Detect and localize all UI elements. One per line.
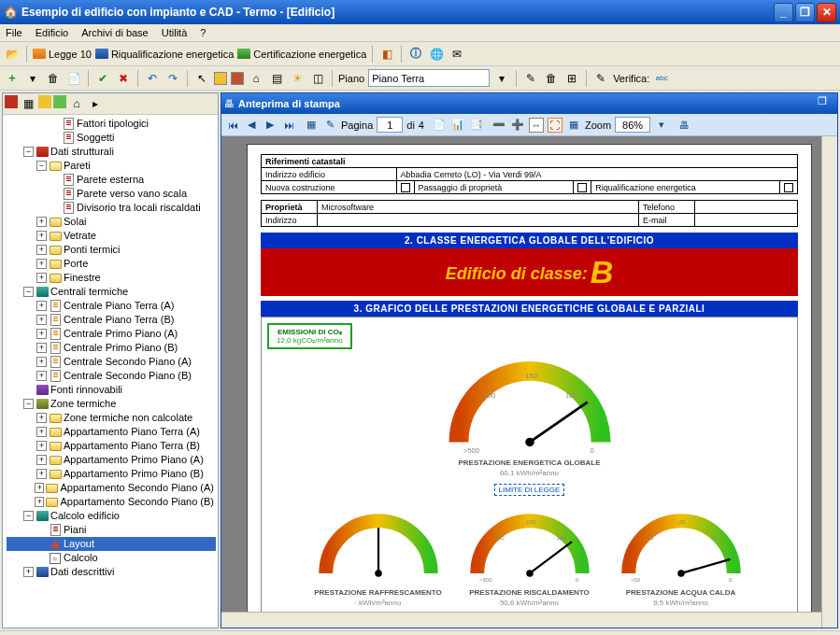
print-icon[interactable]: 🖶 xyxy=(676,118,691,133)
tree-item[interactable]: +Centrale Secondo Piano (B) xyxy=(7,369,216,383)
tree-item[interactable]: Layout xyxy=(7,537,216,551)
last-page-icon[interactable]: ⏭ xyxy=(281,118,296,133)
tool-c-icon[interactable]: ⊞ xyxy=(563,70,580,87)
tree-item[interactable]: +Appartamento Piano Terra (A) xyxy=(7,425,216,439)
tree-item[interactable]: −Zone termiche xyxy=(7,397,216,411)
expander-icon[interactable]: − xyxy=(36,161,47,171)
tree-item[interactable]: Parete verso vano scala xyxy=(7,187,216,201)
expander-icon[interactable]: + xyxy=(36,413,47,423)
zoom-input[interactable] xyxy=(615,117,650,133)
expander-icon[interactable]: + xyxy=(36,315,47,325)
open-icon[interactable]: 📂 xyxy=(4,46,21,63)
tree-tool-3-icon[interactable] xyxy=(38,95,51,108)
fit-width-icon[interactable]: ↔ xyxy=(529,118,544,133)
color1-icon[interactable] xyxy=(214,72,227,85)
tree-item[interactable]: Divisorio tra locali riscaldati xyxy=(7,201,216,215)
preview-maximize-button[interactable]: ❐ xyxy=(818,95,834,112)
tree-item[interactable]: +Dati descrittivi xyxy=(7,565,216,579)
expander-icon[interactable]: + xyxy=(36,273,47,283)
menu-edificio[interactable]: Edificio xyxy=(36,27,68,38)
tree-tool-1-icon[interactable] xyxy=(5,95,18,108)
expander-icon[interactable]: − xyxy=(23,511,34,521)
mail-icon[interactable]: ✉ xyxy=(448,46,465,63)
undo-icon[interactable]: ↶ xyxy=(144,70,161,87)
tree-item[interactable]: Piani xyxy=(7,523,216,537)
doc-icon[interactable]: 📄 xyxy=(65,70,82,87)
expander-icon[interactable]: − xyxy=(23,287,34,297)
menu-utilita[interactable]: Utilità xyxy=(162,27,188,38)
tree-item[interactable]: Fattori tipologici xyxy=(7,117,216,131)
tree-tool-6-icon[interactable]: ▸ xyxy=(87,95,104,112)
zoom-dropdown-icon[interactable]: ▾ xyxy=(654,118,669,133)
tree-tool-5-icon[interactable]: ⌂ xyxy=(68,95,85,112)
tree-item[interactable]: −Centrali termiche xyxy=(7,285,216,299)
expander-icon[interactable]: − xyxy=(23,147,34,157)
tree-item[interactable]: +Centrale Primo Piano (A) xyxy=(7,327,216,341)
verifica-pencil-icon[interactable]: ✎ xyxy=(592,70,609,87)
expander-icon[interactable]: + xyxy=(23,567,34,577)
zoom-in-icon[interactable]: ➕ xyxy=(510,118,525,133)
minimize-button[interactable]: _ xyxy=(774,3,793,22)
expander-icon[interactable]: + xyxy=(35,497,44,507)
tree-tool-4-icon[interactable] xyxy=(53,95,66,108)
tree-item[interactable]: −Pareti xyxy=(7,159,216,173)
fit-page-icon[interactable]: ⛶ xyxy=(548,118,562,133)
expander-icon[interactable]: + xyxy=(36,441,47,451)
pointer-icon[interactable]: ↖ xyxy=(193,70,210,87)
world-icon[interactable]: 🌐 xyxy=(428,46,445,63)
tree-item[interactable]: +Appartamento Secondo Piano (A) xyxy=(7,481,216,495)
abc-icon[interactable]: abc xyxy=(653,70,670,87)
tree-item[interactable]: −Dati strutturali xyxy=(7,145,216,159)
multi-page-icon[interactable]: ▦ xyxy=(566,118,581,133)
expander-icon[interactable]: + xyxy=(36,455,47,465)
tree-item[interactable]: Calcolo xyxy=(7,551,216,565)
preview-content[interactable]: Riferimenti catastali Indirizzo edificio… xyxy=(221,136,837,628)
next-page-icon[interactable]: ▶ xyxy=(263,118,278,133)
certificazione-button[interactable]: Certificazione energetica xyxy=(237,49,366,60)
page-current-input[interactable] xyxy=(377,117,403,133)
tree-item[interactable]: +Appartamento Secondo Piano (B) xyxy=(7,495,216,509)
tree-item[interactable]: Fonti rinnovabili xyxy=(7,383,216,397)
tree-item[interactable]: +Ponti termici xyxy=(7,243,216,257)
piano-dropdown-icon[interactable]: ▾ xyxy=(493,70,510,87)
riqualificazione-button[interactable]: Riqualificazione energetica xyxy=(95,49,234,60)
tool-a-icon[interactable]: ✎ xyxy=(522,70,539,87)
tree-item[interactable]: Parete esterna xyxy=(7,173,216,187)
sun-icon[interactable]: ☀ xyxy=(289,70,306,87)
preview-minimize-button[interactable]: _ xyxy=(818,78,834,95)
expander-icon[interactable]: + xyxy=(36,245,47,255)
delete-icon[interactable]: 🗑 xyxy=(45,70,62,87)
tree-item[interactable]: +Porte xyxy=(7,257,216,271)
tree-tool-2-icon[interactable]: ▦ xyxy=(20,95,36,112)
dropdown-icon[interactable]: ▾ xyxy=(24,70,41,87)
expander-icon[interactable]: + xyxy=(36,231,47,241)
expander-icon[interactable]: + xyxy=(36,469,47,479)
add-icon[interactable]: ＋ xyxy=(4,70,21,87)
preview-scrollbar-h[interactable] xyxy=(221,612,821,628)
tree-item[interactable]: +Centrale Piano Terra (B) xyxy=(7,313,216,327)
tree-item[interactable]: +Solai xyxy=(7,215,216,229)
edit-icon[interactable]: ✎ xyxy=(322,118,337,133)
tree-item[interactable]: +Appartamento Primo Piano (B) xyxy=(7,467,216,481)
expander-icon[interactable]: + xyxy=(36,217,47,227)
tree-item[interactable]: −Calcolo edificio xyxy=(7,509,216,523)
expander-icon[interactable]: + xyxy=(36,259,47,269)
tree-item[interactable]: +Vetrate xyxy=(7,229,216,243)
expander-icon[interactable]: − xyxy=(23,399,34,409)
tree-item[interactable]: +Finestre xyxy=(7,271,216,285)
menu-archivi[interactable]: Archivi di base xyxy=(81,27,149,38)
expander-icon[interactable]: + xyxy=(36,329,47,339)
close-button[interactable]: ✕ xyxy=(817,3,836,22)
piano-select[interactable] xyxy=(368,69,490,87)
zoom-out-icon[interactable]: ➖ xyxy=(491,118,506,133)
export-1-icon[interactable]: 📄 xyxy=(432,118,447,133)
x-red-icon[interactable]: ✖ xyxy=(115,70,132,87)
redo-icon[interactable]: ↷ xyxy=(164,70,181,87)
tree-item[interactable]: +Centrale Primo Piano (B) xyxy=(7,341,216,355)
legge10-button[interactable]: Legge 10 xyxy=(33,49,92,60)
layers-icon[interactable]: ▤ xyxy=(268,70,285,87)
tree-item[interactable]: +Appartamento Primo Piano (A) xyxy=(7,453,216,467)
info-icon[interactable]: ⓘ xyxy=(407,46,424,63)
tree-item[interactable]: +Centrale Secondo Piano (A) xyxy=(7,355,216,369)
color2-icon[interactable] xyxy=(231,72,244,85)
